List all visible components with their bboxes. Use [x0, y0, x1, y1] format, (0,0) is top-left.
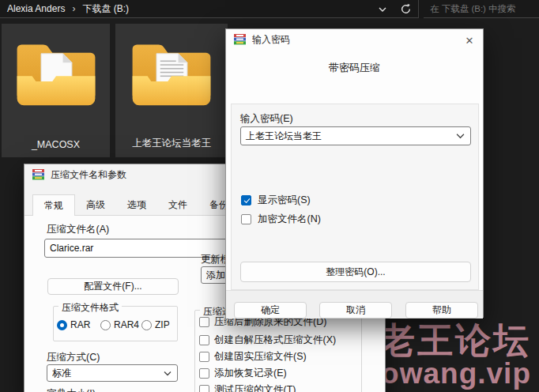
chevron-down-icon — [164, 371, 172, 376]
radio-rar-circle[interactable] — [57, 320, 67, 330]
archive-tabs: 常规 高级 选项 文件 备份 — [32, 194, 239, 216]
password-dialog: 输入密码 ✕ 带密码压缩 输入密码(E) 上老王论坛当老王 显示密码(S) 加密… — [225, 28, 484, 318]
options-group: 压缩选项 压缩后删除原来的文件(D) 创建自解压格式压缩文件(X) 创建固实压缩… — [194, 310, 362, 392]
show-password-checkbox[interactable]: 显示密码(S) — [241, 194, 311, 207]
search-input[interactable] — [424, 4, 539, 13]
help-button[interactable]: 帮助 — [405, 302, 478, 318]
tab-options[interactable]: 选项 — [116, 194, 157, 216]
ok-button[interactable]: 确定 — [234, 302, 307, 318]
password-dialog-footer: 确定 取消 帮助 — [226, 290, 483, 318]
breadcrumb-current[interactable]: 下载盘 (B:) — [82, 2, 129, 16]
option-recovery-record[interactable]: 添加恢复记录(E) — [199, 367, 287, 380]
checkbox[interactable] — [199, 352, 209, 362]
refresh-icon[interactable] — [400, 3, 412, 15]
folder-tile-macosx[interactable]: _MACOSX — [2, 24, 110, 157]
folder-label: _MACOSX — [2, 139, 110, 150]
password-panel: 输入密码(E) 上老王论坛当老王 显示密码(S) 加密文件名(N) 整理密码(O… — [231, 104, 479, 290]
checkbox[interactable] — [199, 385, 209, 392]
close-icon[interactable]: ✕ — [463, 34, 476, 47]
checkbox[interactable] — [241, 214, 251, 224]
method-label: 压缩方式(C) — [47, 351, 100, 364]
encrypt-names-checkbox[interactable]: 加密文件名(N) — [241, 213, 321, 226]
radio-zip-circle[interactable] — [141, 320, 152, 330]
radio-rar4[interactable]: RAR4 — [100, 319, 139, 330]
radio-rar[interactable]: RAR — [57, 319, 90, 330]
password-combobox[interactable]: 上老王论坛当老王 — [240, 126, 471, 145]
explorer-window: Alexia Anders › 下载盘 (B:) — [0, 0, 539, 392]
winrar-icon — [234, 34, 246, 45]
password-header: 带密码压缩 — [226, 61, 483, 75]
checkbox[interactable] — [199, 335, 209, 345]
option-sfx[interactable]: 创建自解压格式压缩文件(X) — [199, 334, 336, 347]
format-group: 压缩文件格式 RAR RAR4 ZIP — [53, 306, 178, 341]
search-box[interactable] — [424, 0, 539, 18]
option-test-files[interactable]: 测试压缩的文件(T) — [199, 383, 296, 392]
breadcrumb-root[interactable]: Alexia Anders — [7, 3, 65, 14]
checkbox[interactable] — [199, 368, 209, 379]
chevron-down-icon — [456, 133, 465, 139]
folder-icon — [11, 35, 101, 111]
radio-rar4-circle[interactable] — [100, 320, 111, 330]
method-dropdown[interactable]: 标准 — [47, 364, 178, 382]
breadcrumb-separator-icon: › — [72, 3, 75, 14]
cancel-button[interactable]: 取消 — [319, 302, 392, 318]
password-dialog-title: 输入密码 — [252, 33, 290, 47]
password-label: 输入密码(E) — [240, 112, 293, 126]
explorer-topbar: Alexia Anders › 下载盘 (B:) — [0, 0, 539, 18]
checkbox[interactable] — [199, 317, 209, 327]
option-solid[interactable]: 创建固实压缩文件(S) — [199, 350, 307, 364]
tab-general[interactable]: 常规 — [32, 194, 75, 216]
dictionary-label: 字典大小(I) — [47, 387, 96, 392]
address-bar[interactable]: Alexia Anders › 下载盘 (B:) — [0, 0, 419, 18]
password-dialog-titlebar[interactable]: 输入密码 — [226, 29, 483, 50]
archive-dialog-title: 压缩文件名和参数 — [51, 168, 126, 182]
profiles-button[interactable]: 配置文件(F)... — [47, 278, 179, 295]
organize-passwords-button[interactable]: 整理密码(O)... — [240, 262, 471, 282]
checkbox[interactable] — [241, 195, 251, 205]
archive-name-label: 压缩文件名(A) — [47, 223, 109, 236]
address-dropdown-icon[interactable] — [378, 6, 387, 13]
tab-advanced[interactable]: 高级 — [75, 194, 116, 216]
winrar-icon — [32, 169, 44, 180]
format-group-label: 压缩文件格式 — [58, 301, 122, 315]
tab-files[interactable]: 文件 — [157, 194, 198, 216]
radio-zip[interactable]: ZIP — [141, 319, 170, 330]
folder-tile-laowang[interactable]: 上老王论坛当老王 — [115, 24, 228, 157]
folder-icon — [126, 35, 217, 111]
folder-label: 上老王论坛当老王 — [115, 137, 228, 150]
